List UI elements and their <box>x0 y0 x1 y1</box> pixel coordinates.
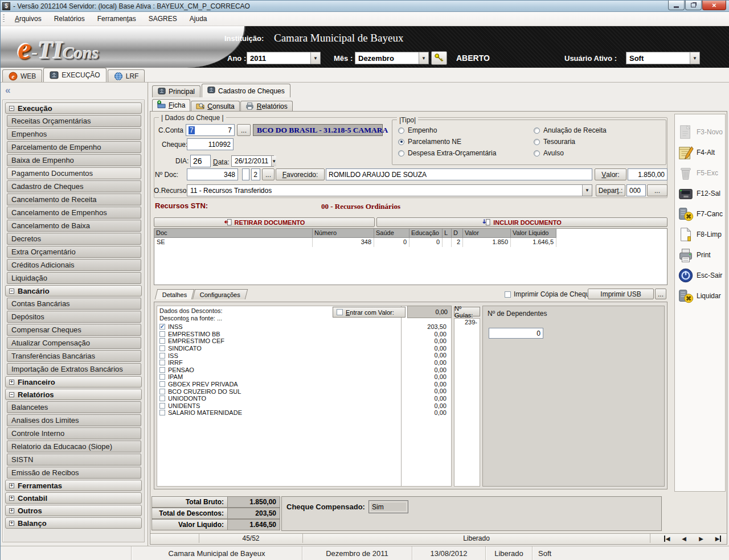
cheque-input[interactable]: 110992 <box>187 138 234 150</box>
valor-label-button[interactable]: Valor: <box>595 168 626 180</box>
toolbar-esc-sair[interactable]: Esc-Sair <box>677 266 724 285</box>
expand-section-icon[interactable]: + <box>9 508 14 513</box>
view-tab-relatorios[interactable]: Relatórios <box>240 101 293 112</box>
radio-icon[interactable] <box>398 139 404 145</box>
valor-input[interactable]: 1.850,00 <box>628 168 667 180</box>
sidebar-item-relatorio-da-educacao-siope[interactable]: Relatorio da Educacao (Siope) <box>7 440 141 452</box>
expand-section-icon[interactable]: + <box>9 483 14 488</box>
desconto-item-emprestimo-bb[interactable]: EMPRESTIMO BB <box>157 331 401 338</box>
sidebar-item-receitas-orcamentarias[interactable]: Receitas Orçamentárias <box>7 115 141 127</box>
rb-last-button[interactable]: ▶ <box>710 534 727 543</box>
rb-next-button[interactable]: ▶ <box>693 534 710 543</box>
sidebar-item-decretos[interactable]: Decretos <box>7 233 141 245</box>
sidebar-section-execucao[interactable]: −Execução <box>5 102 142 114</box>
sidebar-item-parcelamento-de-empenho[interactable]: Parcelamento de Empenho <box>7 141 141 153</box>
module-tab-web[interactable]: eWEB <box>2 69 42 82</box>
restore-button[interactable] <box>685 1 702 10</box>
expand-section-icon[interactable]: + <box>9 380 14 385</box>
toolbar-print[interactable]: Print <box>677 245 724 265</box>
unlock-month-button[interactable] <box>431 51 447 65</box>
rb-first-button[interactable]: ◀ <box>658 534 675 543</box>
module-tab-lrf[interactable]: LRF <box>108 69 145 82</box>
tipo-option-parcelamento-ne[interactable]: Parcelamento NE <box>398 136 496 147</box>
radio-icon[interactable] <box>534 127 540 134</box>
desconto-item-salario-maternidade[interactable]: SALARIO MATERNIDADE <box>157 409 401 417</box>
menu-item-relatorios[interactable]: Relatórios <box>48 13 91 25</box>
desconto-checkbox[interactable] <box>159 396 165 401</box>
desconto-checkbox[interactable] <box>159 403 165 409</box>
view-tab-ficha[interactable]: Ficha <box>152 99 190 112</box>
favorecido-input[interactable]: ROMILDO ARAUJO DE SOUZA <box>326 168 592 180</box>
sidebar-item-analises-dos-limites[interactable]: Analises dos Limites <box>7 414 141 426</box>
radio-icon[interactable] <box>398 150 404 157</box>
toolbar-f4-alt[interactable]: F4-Alt <box>677 143 724 162</box>
ndoc-parcela-input[interactable]: 2 <box>251 168 260 180</box>
desconto-item-bco-cruzeiro-do-sul[interactable]: BCO CRUZEIRO DO SUL <box>157 388 401 395</box>
page-tab-principal[interactable]: Principal <box>152 85 200 97</box>
sidebar-item-contas-bancarias[interactable]: Contas Bancárias <box>7 298 141 310</box>
tipo-option-empenho[interactable]: Empenho <box>398 125 496 136</box>
close-button[interactable]: ✕ <box>702 1 726 10</box>
sidebar-item-empenhos[interactable]: Empenhos <box>7 128 141 140</box>
cconta-lookup-button[interactable]: ... <box>237 124 251 136</box>
toolbar-f12-sal[interactable]: F12-Sal <box>677 184 724 203</box>
orecursos-select[interactable]: 11 - Recursos Transferidos ▼ <box>187 184 592 196</box>
view-tab-consulta[interactable]: Consulta <box>191 101 239 112</box>
chevron-down-icon[interactable]: ▼ <box>582 185 592 196</box>
desconto-item-uniodonto[interactable]: UNIODONTO <box>157 395 401 402</box>
imprimir-options-button[interactable]: ... <box>655 289 666 299</box>
sidebar-item-cadastro-de-cheques[interactable]: Cadastro de Cheques <box>7 180 141 192</box>
desconto-checkbox[interactable] <box>159 410 165 415</box>
sidebar-item-pagamento-documentos[interactable]: Pagamento Documentos <box>7 167 141 179</box>
desconto-checkbox[interactable] <box>159 381 165 387</box>
sidebar-section-outros[interactable]: +Outros <box>5 505 142 516</box>
depart-label-button[interactable]: Depart.: <box>596 184 625 196</box>
radio-icon[interactable] <box>534 139 540 145</box>
sidebar-section-contabil[interactable]: +Contabil <box>5 492 142 504</box>
data-select[interactable]: 26/12/2011 ▼ <box>231 155 274 167</box>
year-select[interactable]: 2011▼ <box>247 52 321 64</box>
desconto-checkbox[interactable] <box>159 353 165 359</box>
menu-item-ajuda[interactable]: Ajuda <box>183 13 214 25</box>
desconto-checkbox[interactable] <box>159 331 165 337</box>
tipo-option-despesa-extra-orcamentaria[interactable]: Despesa Extra-Orçamentária <box>398 147 496 159</box>
sidebar-item-controle-interno[interactable]: Controle Interno <box>7 427 141 439</box>
desconto-checkbox[interactable] <box>159 360 165 365</box>
tipo-option-avulso[interactable]: Avulso <box>534 147 607 159</box>
toolbar-f7-canc[interactable]: F7-Canc <box>677 204 724 224</box>
desconto-item-pensao[interactable]: PENSAO <box>157 367 401 374</box>
toolbar-liquidar[interactable]: Liquidar <box>677 286 724 306</box>
imprimir-copia-checkbox[interactable] <box>505 291 511 298</box>
radio-icon[interactable] <box>398 127 404 134</box>
desconto-checkbox[interactable] <box>159 389 165 394</box>
desconto-item-emprestimo-cef[interactable]: EMPRESTIMO CEF <box>157 337 401 345</box>
desconto-item-gboex-prev-privada[interactable]: GBOEX PREV PRIVADA <box>157 381 401 388</box>
desconto-item-inss[interactable]: INSS <box>157 323 401 331</box>
sidebar-item-sistn[interactable]: SISTN <box>7 454 141 466</box>
month-select[interactable]: Dezembro▼ <box>355 52 429 64</box>
desconto-item-irrf[interactable]: IRRF <box>157 359 401 367</box>
radio-icon[interactable] <box>534 150 540 157</box>
collapse-section-icon[interactable]: − <box>9 106 14 111</box>
chevron-down-icon[interactable]: ▼ <box>419 52 428 64</box>
desconto-checkbox[interactable] <box>159 338 165 344</box>
menu-item-sagres[interactable]: SAGRES <box>142 13 183 25</box>
page-tab-cadastro-de-cheques[interactable]: Cadastro de Cheques <box>202 84 290 97</box>
sidebar-item-cancelamento-de-baixa[interactable]: Cancelamento de Baixa <box>7 220 141 232</box>
sidebar-item-importacao-de-extratos-bancarios[interactable]: Importação de Extratos Bancários <box>7 363 141 375</box>
sidebar-item-atualizar-compensacao[interactable]: Atualizar Compensação <box>7 337 141 349</box>
desconto-checkbox[interactable] <box>159 324 165 330</box>
table-row[interactable]: SE3480021.8501.646,5 <box>154 238 667 247</box>
dependentes-input[interactable]: 0 <box>489 328 543 339</box>
toolbar-f8-limp[interactable]: F8-Limp <box>677 225 724 244</box>
sidebar-section-ferramentas[interactable]: +Ferramentas <box>5 480 142 491</box>
sidebar-section-relatorios[interactable]: −Relatórios <box>5 389 142 400</box>
ndoc-input[interactable]: 348 <box>187 168 238 180</box>
chevron-down-icon[interactable]: ▼ <box>690 52 699 64</box>
sidebar-section-bancario[interactable]: −Bancário <box>5 285 142 297</box>
expand-section-icon[interactable]: + <box>9 521 14 526</box>
chevron-down-icon[interactable]: ▼ <box>310 52 320 64</box>
imprimir-usb-button[interactable]: Imprimir USB <box>588 289 654 299</box>
desconto-checkbox[interactable] <box>159 374 165 380</box>
cconta-input[interactable]: 7 7 <box>186 124 235 136</box>
